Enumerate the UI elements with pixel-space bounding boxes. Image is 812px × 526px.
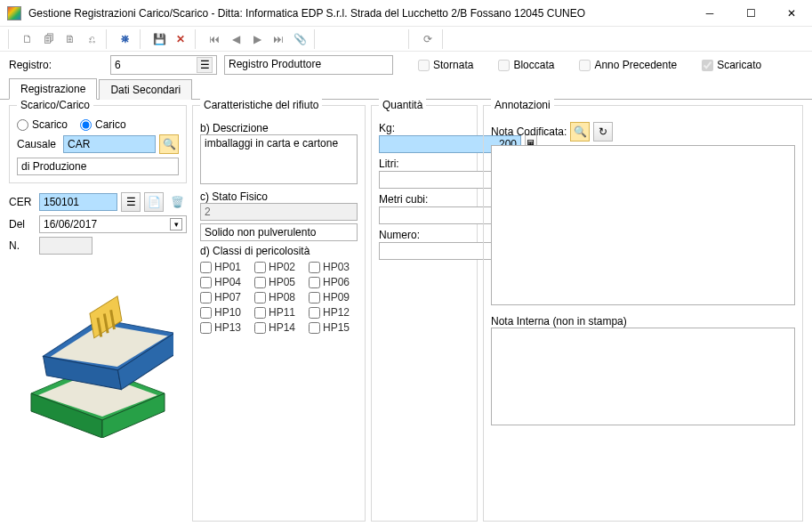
maximize-button[interactable]: ☐ [730,0,771,27]
registro-desc: Registro Produttore [224,55,393,75]
books-illustration [22,278,173,438]
chk-hp08[interactable]: HP08 [254,291,303,303]
group-annotazioni: Annotazioni Nota Codificata: 🔍 ↻ Nota In… [483,105,803,522]
registro-num-input[interactable]: 6 ☰ [110,55,217,75]
copy-icon[interactable]: 🗎 [60,29,80,49]
group-caratteristiche: Caratteristiche del rifiuto b) Descrizio… [192,105,366,522]
del-date-input[interactable]: 16/06/2017 ▾ [39,215,187,233]
kg-label: Kg: [379,122,470,134]
app-icon [7,6,21,20]
del-label: Del [9,218,36,231]
chk-hp14[interactable]: HP14 [254,321,303,334]
main-content: Scarico/Carico Scarico Carico Causale CA… [0,100,812,526]
causale-label: Causale [17,138,60,150]
chk-hp02[interactable]: HP02 [254,261,303,273]
group-quantita: Quantità Kg: 🖩 Litri: 🖩 Metri cubi: 🖩 Nu… [371,105,478,522]
window-titlebar: Gestione Registrazioni Carico/Scarico - … [0,0,812,27]
group-title-rif: Caratteristiche del rifiuto [200,99,322,111]
cer-trash-icon[interactable]: 🗑️ [167,192,187,212]
nota-lookup-icon[interactable]: 🔍 [570,122,590,142]
next-icon[interactable]: ▶ [247,29,267,49]
litri-label: Litri: [379,158,470,170]
chk-hp01[interactable]: HP01 [200,261,249,273]
chk-hp03[interactable]: HP03 [309,261,358,273]
del-date-value: 16/06/2017 [44,218,97,231]
causale-input[interactable]: CAR [63,135,156,153]
cer-input[interactable]: 150101 [39,193,117,211]
minimize-button[interactable]: ─ [689,0,730,27]
stato-fisico-label: c) Stato Fisico [200,190,358,203]
col-scarico-carico: Scarico/Carico Scarico Carico Causale CA… [9,105,187,522]
group-scarico-carico: Scarico/Carico Scarico Carico Causale CA… [9,105,187,183]
descrizione-textarea[interactable] [200,134,358,184]
nota-refresh-icon[interactable]: ↻ [593,122,613,142]
new-icon[interactable]: 🗋 [18,29,37,49]
main-toolbar: 🗋 🗐 🗎 ⎌ ⛯ 💾 ✕ ⏮ ◀ ▶ ⏭ 📎 ⟳ [0,27,812,52]
classi-label: d) Classi di pericolosità [200,245,358,257]
radio-scarico[interactable]: Scarico [17,118,68,131]
hp-grid: HP01 HP02 HP03 HP04 HP05 HP06 HP07 HP08 … [200,261,358,334]
chk-hp15[interactable]: HP15 [309,321,358,334]
registro-row: Registro: 6 ☰ Registro Produttore Storna… [0,52,812,78]
group-title-sc: Scarico/Carico [17,99,93,111]
chk-stornata[interactable]: Stornata [418,59,473,71]
delete-icon[interactable]: ✕ [171,29,190,49]
window-title: Gestione Registrazioni Carico/Scarico - … [28,7,689,20]
prev-icon[interactable]: ◀ [226,29,245,49]
cer-doc-icon[interactable]: 📄 [144,192,164,212]
chk-hp06[interactable]: HP06 [309,276,358,288]
tab-dati-secondari[interactable]: Dati Secondari [99,79,192,100]
registro-num-value: 6 [115,59,121,71]
descrizione-label: b) Descrizione [200,122,358,134]
save-icon[interactable]: 💾 [149,29,169,49]
chk-hp12[interactable]: HP12 [309,306,358,319]
chk-hp11[interactable]: HP11 [254,306,303,319]
chk-hp07[interactable]: HP07 [200,291,249,303]
tab-registrazione[interactable]: Registrazione [9,78,97,100]
numero-label: Numero: [379,229,470,241]
date-dropdown-icon[interactable]: ▾ [170,218,182,231]
find-icon[interactable]: ⛯ [116,29,135,49]
cer-lookup-icon[interactable]: ☰ [121,192,141,212]
chk-hp13[interactable]: HP13 [200,321,249,334]
stato-fisico-num[interactable] [200,203,358,221]
n-input[interactable] [39,237,92,255]
nota-codificata-textarea[interactable] [491,145,795,305]
chk-hp05[interactable]: HP05 [254,276,303,288]
chk-scaricato[interactable]: Scaricato [702,59,761,71]
close-button[interactable]: ✕ [771,0,812,27]
attach-icon[interactable]: 📎 [290,29,310,49]
chk-hp09[interactable]: HP09 [309,291,358,303]
chk-hp04[interactable]: HP04 [200,276,249,288]
registro-lookup-icon[interactable]: ☰ [197,57,213,73]
last-icon[interactable]: ⏭ [269,29,288,49]
tab-strip: Registrazione Dati Secondari [0,78,812,100]
refresh-icon[interactable]: ⟳ [418,29,438,49]
nota-interna-label: Nota Interna (non in stampa) [491,315,795,328]
causale-desc: di Produzione [17,158,179,175]
open-icon[interactable]: 🗐 [39,29,59,49]
nota-interna-textarea[interactable] [491,328,795,425]
metri-label: Metri cubi: [379,193,470,206]
registro-label: Registro: [9,59,52,71]
group-title-qty: Quantità [379,99,426,111]
group-title-ann: Annotazioni [491,99,554,111]
chk-hp10[interactable]: HP10 [200,306,249,319]
chk-anno-precedente[interactable]: Anno Precedente [579,59,677,71]
n-label: N. [9,239,36,252]
causale-lookup-icon[interactable]: 🔍 [159,134,179,154]
radio-carico[interactable]: Carico [80,118,126,131]
cer-label: CER [9,196,36,208]
undo-icon[interactable]: ⎌ [82,29,101,49]
chk-bloccata[interactable]: Bloccata [498,59,554,71]
nota-codificata-label: Nota Codificata: [491,125,567,138]
stato-fisico-desc [200,223,358,241]
first-icon[interactable]: ⏮ [205,29,224,49]
